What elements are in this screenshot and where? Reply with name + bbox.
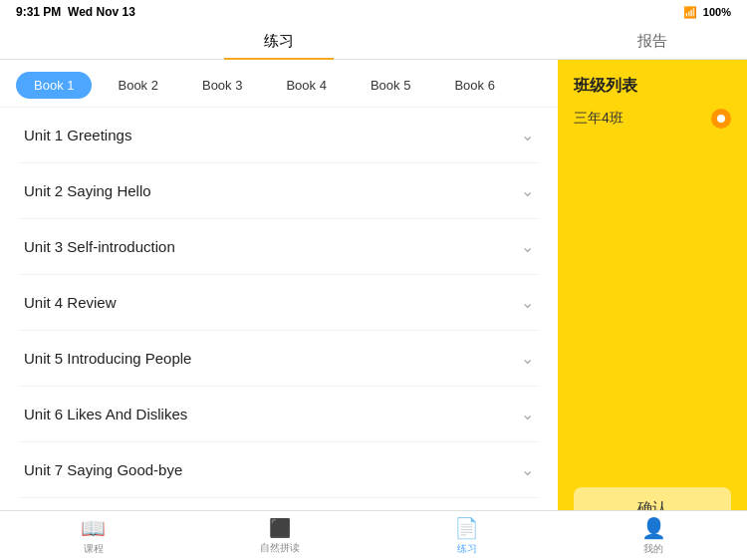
unit-name-1: Unit 1 Greetings <box>24 127 131 143</box>
status-bar: 9:31 PM Wed Nov 13 📶 100% <box>0 0 747 24</box>
nav-item-courses[interactable]: 📖 课程 <box>0 516 187 556</box>
nav-item-practice[interactable]: 📄 练习 <box>374 516 561 556</box>
top-nav-left: 练习 <box>0 24 558 59</box>
book-tab-3[interactable]: Book 3 <box>184 72 260 99</box>
book-tab-2[interactable]: Book 2 <box>100 72 175 99</box>
book-tab-1[interactable]: Book 1 <box>16 72 92 99</box>
book-tab-5[interactable]: Book 5 <box>353 72 428 99</box>
unit-name-2: Unit 2 Saying Hello <box>24 182 151 199</box>
tab-report[interactable]: 报告 <box>558 24 747 59</box>
book-tab-6[interactable]: Book 6 <box>436 72 512 99</box>
nav-item-phonics[interactable]: ⬛ 自然拼读 <box>187 517 374 555</box>
status-time: 9:31 PM Wed Nov 13 <box>16 5 135 19</box>
book-tabs: Book 1 Book 2 Book 3 Book 4 Book 5 Book … <box>0 60 558 108</box>
chevron-icon-1: ⌄ <box>521 126 534 144</box>
unit-item-2[interactable]: Unit 2 Saying Hello ⌄ <box>20 163 538 219</box>
main-layout: Book 1 Book 2 Book 3 Book 4 Book 5 Book … <box>0 60 747 546</box>
unit-item-5[interactable]: Unit 5 Introducing People ⌄ <box>20 331 538 387</box>
chevron-icon-4: ⌄ <box>521 293 534 312</box>
unit-item-6[interactable]: Unit 6 Likes And Dislikes ⌄ <box>20 387 538 442</box>
practice-icon: 📄 <box>454 516 479 540</box>
unit-item-7[interactable]: Unit 7 Saying Good-bye ⌄ <box>20 442 538 498</box>
unit-name-5: Unit 5 Introducing People <box>24 350 191 367</box>
book-tab-4[interactable]: Book 4 <box>268 72 344 99</box>
unit-name-3: Unit 3 Self-introduction <box>24 238 175 255</box>
phonics-label: 自然拼读 <box>260 541 300 555</box>
class-list-title: 班级列表 <box>574 76 731 97</box>
tab-practice[interactable]: 练习 <box>224 24 334 59</box>
top-nav-row: 练习 报告 <box>0 24 747 60</box>
chevron-icon-7: ⌄ <box>521 460 534 479</box>
battery-indicator: 100% <box>703 6 731 18</box>
chevron-icon-5: ⌄ <box>521 349 534 368</box>
unit-name-6: Unit 6 Likes And Dislikes <box>24 406 187 422</box>
mine-label: 我的 <box>643 542 663 556</box>
class-radio-1[interactable] <box>711 109 731 129</box>
bottom-nav: 📖 课程 ⬛ 自然拼读 📄 练习 👤 我的 <box>0 510 747 560</box>
practice-label: 练习 <box>457 542 477 556</box>
nav-item-mine[interactable]: 👤 我的 <box>561 516 748 556</box>
chevron-icon-2: ⌄ <box>521 181 534 200</box>
phonics-icon: ⬛ <box>269 517 291 539</box>
left-panel: Book 1 Book 2 Book 3 Book 4 Book 5 Book … <box>0 60 558 546</box>
chevron-icon-3: ⌄ <box>521 237 534 256</box>
unit-list: Unit 1 Greetings ⌄ Unit 2 Saying Hello ⌄… <box>0 108 558 546</box>
class-radio-inner-1 <box>717 115 725 123</box>
right-panel: 班级列表 三年4班 确认 <box>558 60 747 546</box>
courses-icon: 📖 <box>81 516 106 540</box>
chevron-icon-6: ⌄ <box>521 405 534 423</box>
unit-item-4[interactable]: Unit 4 Review ⌄ <box>20 275 538 331</box>
unit-item-1[interactable]: Unit 1 Greetings ⌄ <box>20 108 538 163</box>
class-item-1[interactable]: 三年4班 <box>574 109 731 129</box>
status-right: 📶 100% <box>683 6 731 19</box>
wifi-icon: 📶 <box>683 6 697 19</box>
mine-icon: 👤 <box>641 516 666 540</box>
unit-item-3[interactable]: Unit 3 Self-introduction ⌄ <box>20 219 538 275</box>
courses-label: 课程 <box>84 542 104 556</box>
unit-name-4: Unit 4 Review <box>24 294 117 311</box>
unit-name-7: Unit 7 Saying Good-bye <box>24 461 182 478</box>
class-name-1: 三年4班 <box>574 110 623 128</box>
